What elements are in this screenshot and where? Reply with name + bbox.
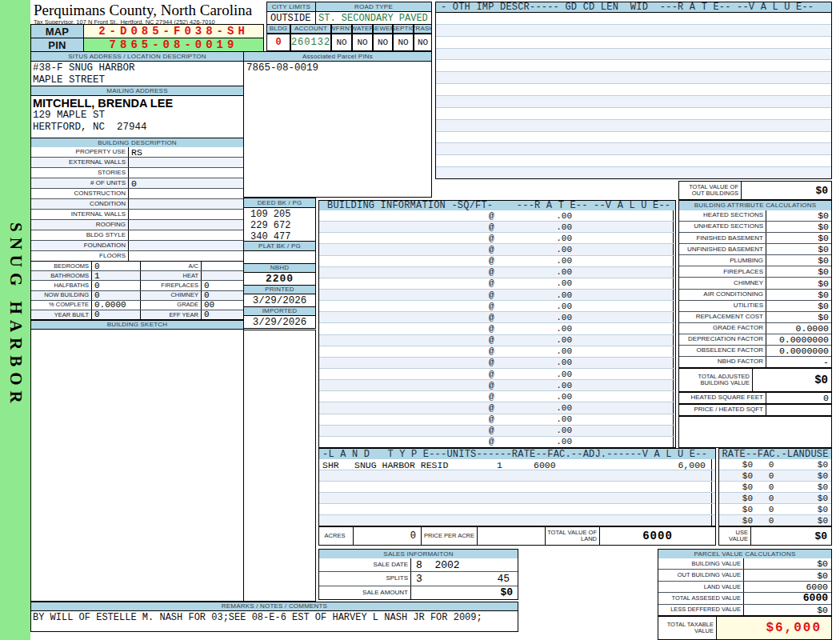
landuse-rate: $0 xyxy=(719,494,753,503)
landuse-row: $0 0 $0 xyxy=(719,459,831,470)
acres-label: ACRES xyxy=(319,527,353,545)
building-information-row: @ .00 xyxy=(319,301,675,312)
table-row: LAND VALUE6000 xyxy=(658,582,831,593)
total-taxable-row: TOTAL TAXABLE VALUE $6,000 xyxy=(658,616,832,640)
attr-empty-box xyxy=(678,416,832,448)
rate-at-symbol: @ xyxy=(489,245,494,254)
sales-table: SALE DATE 8 2002 SPLITS 3 45 SALE AMOUNT… xyxy=(318,558,518,600)
rate-at-symbol: @ xyxy=(489,302,494,311)
rate-at-symbol: @ xyxy=(489,211,494,221)
mid-empty-box xyxy=(243,330,316,602)
situs-line2: MAPLE STREET xyxy=(33,74,242,86)
total-land-label: TOTAL VALUE OF LAND xyxy=(545,527,599,545)
imported-value: 3/29/2026 xyxy=(243,315,316,329)
map-label: MAP xyxy=(30,24,84,38)
wfrnt-header: WFRNT xyxy=(331,24,352,34)
attribute-calcs-table: HEATED SECTIONS$0 UNHEATED SECTIONS$0 FI… xyxy=(678,210,832,368)
remarks-box: BY WILL OF ESTELLE M. NASH FOR 03;SEE 08… xyxy=(30,610,518,632)
table-row: FOUNDATION xyxy=(31,241,243,251)
building-information-row: @ .00 xyxy=(319,335,675,346)
building-description-table: PROPERTY USERS EXTERNAL WALLS STORIES # … xyxy=(30,147,244,262)
rate-value: .00 xyxy=(519,358,572,367)
sale-amount-value: $0 xyxy=(411,586,518,599)
land-totals-row: ACRES 0 PRICE PER ACRE TOTAL VALUE OF LA… xyxy=(318,526,716,546)
building-stats-table: BEDROOMS0A/C BATHROOMS1HEAT HALFBATHS0FI… xyxy=(30,262,244,320)
rate-value: .00 xyxy=(519,302,572,311)
building-information-row: @ .00 xyxy=(319,222,675,233)
land-value: 6,000 xyxy=(678,459,706,470)
rate-at-symbol: @ xyxy=(489,290,494,300)
oth-imp-row xyxy=(436,132,831,144)
building-information-header: BUILDING INFORMATION -SQ/FT- ---R A T E-… xyxy=(318,200,676,211)
table-row: AIR CONDITIONING$0 xyxy=(679,290,831,301)
building-information-row: @ .00 xyxy=(319,256,675,267)
county-header: Perquimans County, North Carolina Tax Su… xyxy=(34,2,267,24)
oth-imp-rows xyxy=(435,13,832,179)
building-information-row: @ .00 xyxy=(319,437,675,447)
remarks-text: BY WILL OF ESTELLE M. NASH FOR 03;SEE 08… xyxy=(33,612,516,623)
rate-at-symbol: @ xyxy=(489,346,494,356)
table-row: # OF UNITS0 xyxy=(31,178,243,189)
table-row: EXTERNAL WALLS xyxy=(31,158,243,168)
rate-at-symbol: @ xyxy=(489,267,494,277)
table-row: BEDROOMS0A/C xyxy=(31,262,243,271)
table-row: FIREPLACES$0 xyxy=(679,266,831,278)
landuse-value: $0 xyxy=(790,460,831,470)
services-table: BLDG 0 ACCOUNT 260132 WFRNT NO WATER NO … xyxy=(266,24,432,51)
out-buildings-label: TOTAL VALUE OF OUT BUILDINGS xyxy=(679,182,742,199)
rate-at-symbol: @ xyxy=(489,426,494,435)
landuse-fac: 0 xyxy=(753,482,790,492)
building-information-row: @ .00 xyxy=(319,380,675,391)
table-row: ROOFING xyxy=(31,220,243,230)
rate-at-symbol: @ xyxy=(489,381,494,390)
rate-value: .00 xyxy=(519,437,572,446)
oth-imp-row xyxy=(436,167,831,178)
oth-imp-row xyxy=(436,120,831,132)
building-information-row: @ .00 xyxy=(319,346,675,358)
bldg-header: BLDG xyxy=(266,24,290,34)
rate-at-symbol: @ xyxy=(489,234,494,243)
printed-value: 3/29/2026 xyxy=(243,294,316,307)
table-row: CHIMNEY$0 xyxy=(679,278,831,289)
table-row: REPLACEMENT COST$0 xyxy=(679,312,831,323)
neighborhood-sidebar: SNUG HARBOR xyxy=(0,0,30,640)
rate-at-symbol: @ xyxy=(489,335,494,345)
landuse-value: $0 xyxy=(790,516,831,526)
mailing-line1: 129 MAPLE ST xyxy=(33,110,242,122)
page-title: Perquimans County, North Carolina xyxy=(34,2,267,18)
oth-imp-row xyxy=(436,13,831,25)
land-row xyxy=(319,470,715,482)
map-value: 2-D085-F038-SH xyxy=(83,24,264,38)
rate-value: .00 xyxy=(519,245,572,254)
landuse-fac: 0 xyxy=(753,494,790,503)
deed-value: 109 205 xyxy=(244,209,315,220)
building-information-row: @ .00 xyxy=(319,391,675,402)
attribute-calcs-header: BUILDING ATTRIBUTE CALCULATIONS xyxy=(678,200,832,211)
land-units: 1 xyxy=(497,459,502,470)
landuse-value: $0 xyxy=(790,482,831,492)
trash-value: NO xyxy=(414,34,432,51)
trash-header: TRASH xyxy=(414,24,432,34)
total-adjusted-value: $0 xyxy=(753,369,831,391)
rate-value: .00 xyxy=(519,414,572,424)
splits-row: SPLITS 3 45 xyxy=(319,572,518,586)
rate-value: .00 xyxy=(519,381,572,390)
splits-value: 3 45 xyxy=(411,572,518,585)
building-information-row: @ .00 xyxy=(319,312,675,323)
septic-header: SEPTIC xyxy=(393,24,414,34)
rate-value: .00 xyxy=(519,267,572,277)
rate-at-symbol: @ xyxy=(489,358,494,367)
rate-value: .00 xyxy=(519,392,572,402)
rate-at-symbol: @ xyxy=(489,370,494,379)
building-information-row: @ .00 xyxy=(319,278,675,290)
landuse-rows: $0 0 $0 $0 0 $0 $0 0 $0 $0 0 $0 $0 0 $0 … xyxy=(718,459,832,526)
rate-at-symbol: @ xyxy=(489,403,494,413)
out-buildings-value: $0 xyxy=(742,182,831,199)
water-value: NO xyxy=(352,34,373,51)
use-value-label: USE VALUE xyxy=(719,527,751,545)
landuse-row: $0 0 $0 xyxy=(719,493,831,504)
table-row: YEAR BUILT0EFF YEAR0 xyxy=(31,310,243,319)
table-row: STORIES xyxy=(31,168,243,178)
oth-imp-row xyxy=(436,108,831,120)
building-information-row: @ .00 xyxy=(319,369,675,380)
